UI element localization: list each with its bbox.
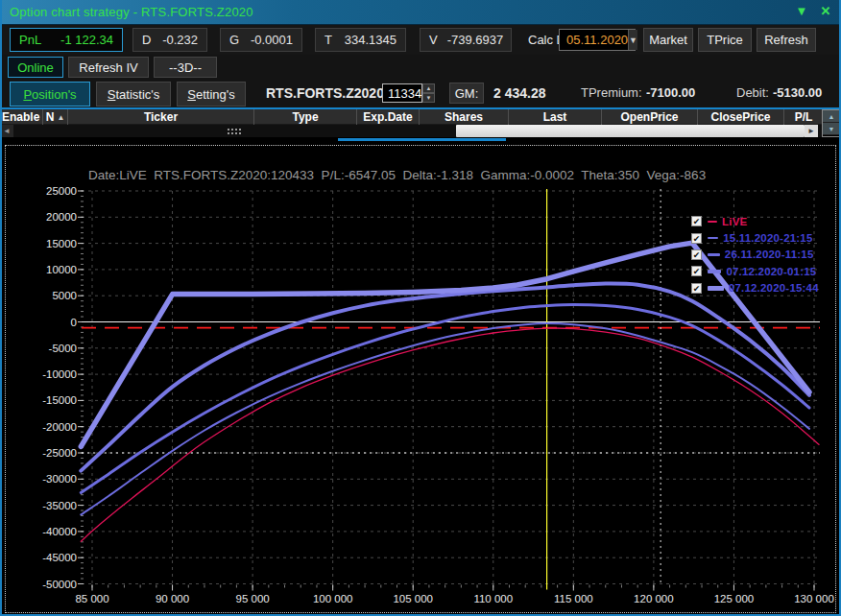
svg-text:-10000: -10000 xyxy=(42,368,77,380)
vertical-scroll-buttons[interactable]: ▲ ▼ xyxy=(822,109,841,137)
svg-text:130 000: 130 000 xyxy=(794,593,834,604)
svg-text:-15000: -15000 xyxy=(42,394,77,406)
series-26.11.2020-11:15 xyxy=(81,305,809,493)
refresh-iv-button[interactable]: Refresh IV xyxy=(68,57,149,78)
online-button[interactable]: Online xyxy=(8,57,63,78)
col-enable[interactable]: Enable xyxy=(0,109,43,125)
legend-checkbox[interactable]: ✔ xyxy=(691,233,702,244)
calc-date-combo[interactable]: 05.11.2020 ▼ xyxy=(559,29,636,51)
delta-box[interactable]: D -0.232 xyxy=(132,28,207,52)
pnl-box[interactable]: PnL -1 122.34 xyxy=(10,28,123,52)
legend-item: ✔26.11.2020-11:15 xyxy=(691,247,819,263)
debit-label: Debit: xyxy=(736,81,769,106)
svg-text:-30000: -30000 xyxy=(42,473,77,485)
svg-text:95 000: 95 000 xyxy=(236,593,270,604)
legend-item: ✔15.11.2020-21:15 xyxy=(691,229,819,246)
col-ticker[interactable]: Ticker xyxy=(68,109,254,125)
svg-text:-40000: -40000 xyxy=(42,526,77,537)
legend-label[interactable]: 26.11.2020-11:15 xyxy=(725,249,814,260)
sort-asc-icon: ▲ xyxy=(57,113,64,122)
col-openprice[interactable]: OpenPrice xyxy=(602,109,698,125)
legend-label[interactable]: LiVE xyxy=(722,216,747,227)
gamma-box[interactable]: G -0.0001 xyxy=(220,28,302,52)
toolbar-greeks: PnL -1 122.34 D -0.232 G -0.0001 T 334.1… xyxy=(0,25,841,55)
tab-positions[interactable]: Position's xyxy=(10,82,90,107)
legend-checkbox[interactable]: ✔ xyxy=(691,216,702,226)
vega-label: V xyxy=(429,33,438,47)
collapse-icon[interactable]: ▼ xyxy=(793,4,810,18)
price-spinner[interactable]: ▲ ▼ xyxy=(422,83,435,103)
legend-line-sample xyxy=(708,253,720,256)
scroll-right-icon[interactable]: ► xyxy=(805,125,818,137)
gamma-label: G xyxy=(229,33,239,47)
ticker-label: RTS.FORTS.Z2020 xyxy=(266,81,384,106)
scroll-down-icon[interactable]: ▼ xyxy=(823,123,840,135)
col-last[interactable]: Last xyxy=(509,109,602,125)
theta-value: 334.1345 xyxy=(345,33,396,47)
chevron-down-icon[interactable]: ▼ xyxy=(628,30,637,50)
market-button[interactable]: Market xyxy=(643,28,693,52)
toolbar-mode: Online Refresh IV --3D-- xyxy=(0,55,841,81)
svg-text:-50000: -50000 xyxy=(42,579,77,590)
legend-label[interactable]: 15.11.2020-21:15 xyxy=(723,232,812,244)
debit-value: -5130.00 xyxy=(773,81,822,106)
price-input[interactable]: 113340 xyxy=(382,83,422,103)
legend-line-sample xyxy=(708,237,718,239)
theta-box[interactable]: T 334.1345 xyxy=(315,28,406,52)
tprice-button[interactable]: TPrice xyxy=(698,28,752,52)
title-bar[interactable]: Option chart strategy - RTS.FORTS.Z2020 … xyxy=(0,0,841,25)
col-shares[interactable]: Shares xyxy=(420,109,509,125)
svg-text:-35000: -35000 xyxy=(42,500,77,511)
vega-box[interactable]: V -739.6937 xyxy=(420,28,512,52)
col-expdate[interactable]: Exp.Date xyxy=(357,109,420,125)
scroll-left-icon[interactable]: ◄ xyxy=(0,125,13,137)
legend-checkbox[interactable]: ✔ xyxy=(691,249,702,260)
chart-legend: ✔LiVE✔15.11.2020-21:15✔26.11.2020-11:15✔… xyxy=(691,213,819,296)
svg-text:-5000: -5000 xyxy=(49,343,77,354)
col-n[interactable]: N▲ xyxy=(43,109,68,125)
legend-line-sample xyxy=(708,286,724,292)
legend-label[interactable]: 07.12.2020-15:44 xyxy=(729,282,819,294)
col-type[interactable]: Type xyxy=(254,109,357,125)
scroll-position-indicator xyxy=(338,138,506,141)
refresh-button[interactable]: Refresh xyxy=(757,28,816,52)
gm-button[interactable]: GM: xyxy=(449,83,484,104)
svg-text:15000: 15000 xyxy=(46,238,77,249)
pnl-value: -1 122.34 xyxy=(60,33,113,47)
tab-statistics[interactable]: Statistic's xyxy=(96,82,171,107)
col-closeprice[interactable]: ClosePrice xyxy=(698,109,784,125)
svg-text:125 000: 125 000 xyxy=(714,593,755,604)
svg-text:100 000: 100 000 xyxy=(313,593,353,604)
svg-text:85 000: 85 000 xyxy=(75,593,108,604)
spin-down-icon[interactable]: ▼ xyxy=(422,93,435,103)
delta-label: D xyxy=(142,33,151,47)
svg-text:105 000: 105 000 xyxy=(393,593,433,604)
gm-value: 2 434.28 xyxy=(493,81,546,106)
theta-label: T xyxy=(324,33,332,47)
chart-title: Date:LiVE RTS.FORTS.Z2020:120433 P/L:-65… xyxy=(88,168,706,182)
svg-text:5000: 5000 xyxy=(52,290,77,301)
calc-date-value: 05.11.2020 xyxy=(560,33,628,47)
gamma-value: -0.0001 xyxy=(251,33,293,47)
legend-item: ✔07.12.2020-15:44 xyxy=(691,280,819,296)
series-15.11.2020-21:15 xyxy=(81,323,809,514)
chart-panel[interactable]: 2500020000150001000050000-5000-10000-150… xyxy=(5,145,836,613)
col-pl[interactable]: P/L xyxy=(784,109,823,125)
svg-text:10000: 10000 xyxy=(46,264,77,275)
tab-settings[interactable]: Setting's xyxy=(177,82,246,107)
series-07.12.2020-01:15 xyxy=(81,284,809,471)
legend-line-sample xyxy=(708,221,717,223)
scrollbar-grip[interactable] xyxy=(227,128,242,135)
legend-checkbox[interactable]: ✔ xyxy=(691,266,702,276)
scroll-up-icon[interactable]: ▲ xyxy=(823,110,840,123)
svg-text:-20000: -20000 xyxy=(42,421,77,433)
svg-text:20000: 20000 xyxy=(46,211,77,223)
svg-text:110 000: 110 000 xyxy=(473,593,513,604)
spin-up-icon[interactable]: ▲ xyxy=(422,83,435,93)
horizontal-scrollbar[interactable]: ◄ ► xyxy=(0,125,823,137)
close-icon[interactable]: ✕ xyxy=(817,4,834,18)
threed-button[interactable]: --3D-- xyxy=(154,57,217,78)
legend-checkbox[interactable]: ✔ xyxy=(691,283,702,294)
scrollbar-thumb[interactable] xyxy=(456,125,805,137)
legend-label[interactable]: 07.12.2020-01:15 xyxy=(726,266,816,277)
